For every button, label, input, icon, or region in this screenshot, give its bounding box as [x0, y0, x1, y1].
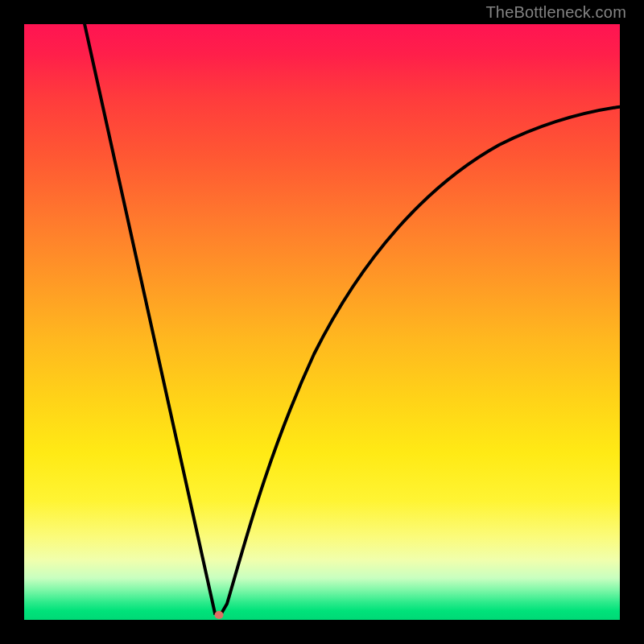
watermark-text: TheBottleneck.com	[485, 3, 626, 22]
optimum-marker	[214, 611, 223, 619]
curve-svg	[24, 24, 620, 620]
outer-frame: TheBottleneck.com	[0, 0, 644, 644]
plot-area	[24, 24, 620, 620]
bottleneck-curve	[84, 24, 620, 613]
